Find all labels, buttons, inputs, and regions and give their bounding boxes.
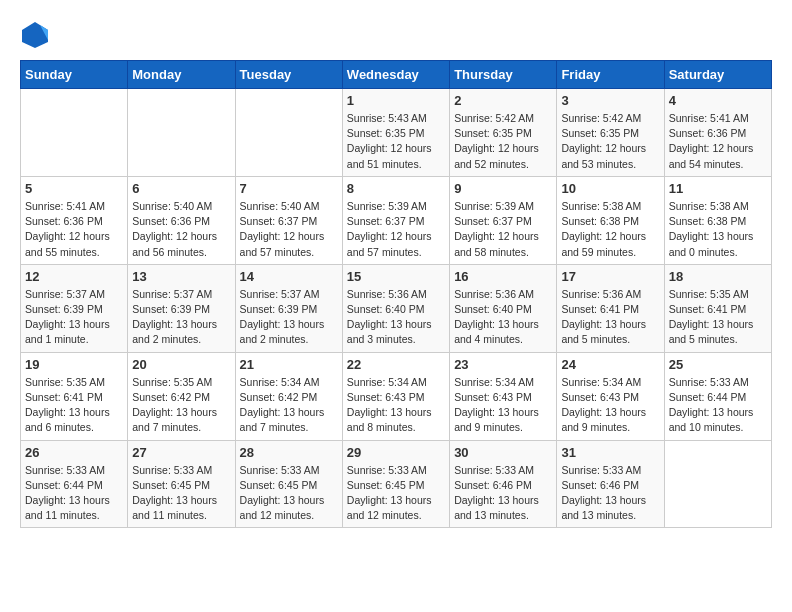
day-info: Sunrise: 5:37 AM Sunset: 6:39 PM Dayligh…	[240, 287, 338, 348]
day-number: 29	[347, 445, 445, 460]
day-info: Sunrise: 5:33 AM Sunset: 6:45 PM Dayligh…	[132, 463, 230, 524]
day-info: Sunrise: 5:39 AM Sunset: 6:37 PM Dayligh…	[454, 199, 552, 260]
calendar-cell: 20Sunrise: 5:35 AM Sunset: 6:42 PM Dayli…	[128, 352, 235, 440]
column-header-tuesday: Tuesday	[235, 61, 342, 89]
column-header-saturday: Saturday	[664, 61, 771, 89]
day-number: 11	[669, 181, 767, 196]
calendar-cell: 15Sunrise: 5:36 AM Sunset: 6:40 PM Dayli…	[342, 264, 449, 352]
column-header-wednesday: Wednesday	[342, 61, 449, 89]
calendar-cell: 22Sunrise: 5:34 AM Sunset: 6:43 PM Dayli…	[342, 352, 449, 440]
day-info: Sunrise: 5:39 AM Sunset: 6:37 PM Dayligh…	[347, 199, 445, 260]
day-info: Sunrise: 5:34 AM Sunset: 6:43 PM Dayligh…	[561, 375, 659, 436]
calendar-cell	[21, 89, 128, 177]
column-header-sunday: Sunday	[21, 61, 128, 89]
day-info: Sunrise: 5:36 AM Sunset: 6:40 PM Dayligh…	[454, 287, 552, 348]
calendar-cell: 12Sunrise: 5:37 AM Sunset: 6:39 PM Dayli…	[21, 264, 128, 352]
day-number: 28	[240, 445, 338, 460]
calendar-cell: 25Sunrise: 5:33 AM Sunset: 6:44 PM Dayli…	[664, 352, 771, 440]
calendar-cell: 9Sunrise: 5:39 AM Sunset: 6:37 PM Daylig…	[450, 176, 557, 264]
day-number: 26	[25, 445, 123, 460]
day-info: Sunrise: 5:33 AM Sunset: 6:46 PM Dayligh…	[454, 463, 552, 524]
day-number: 4	[669, 93, 767, 108]
day-number: 21	[240, 357, 338, 372]
calendar-cell: 16Sunrise: 5:36 AM Sunset: 6:40 PM Dayli…	[450, 264, 557, 352]
day-number: 17	[561, 269, 659, 284]
day-number: 20	[132, 357, 230, 372]
day-number: 22	[347, 357, 445, 372]
day-info: Sunrise: 5:35 AM Sunset: 6:42 PM Dayligh…	[132, 375, 230, 436]
calendar-cell: 11Sunrise: 5:38 AM Sunset: 6:38 PM Dayli…	[664, 176, 771, 264]
day-number: 1	[347, 93, 445, 108]
calendar-cell: 2Sunrise: 5:42 AM Sunset: 6:35 PM Daylig…	[450, 89, 557, 177]
calendar-cell: 26Sunrise: 5:33 AM Sunset: 6:44 PM Dayli…	[21, 440, 128, 528]
day-number: 5	[25, 181, 123, 196]
svg-marker-0	[22, 22, 48, 48]
calendar-cell: 3Sunrise: 5:42 AM Sunset: 6:35 PM Daylig…	[557, 89, 664, 177]
calendar-cell: 29Sunrise: 5:33 AM Sunset: 6:45 PM Dayli…	[342, 440, 449, 528]
day-info: Sunrise: 5:38 AM Sunset: 6:38 PM Dayligh…	[669, 199, 767, 260]
day-number: 14	[240, 269, 338, 284]
calendar-week-3: 12Sunrise: 5:37 AM Sunset: 6:39 PM Dayli…	[21, 264, 772, 352]
calendar-cell: 31Sunrise: 5:33 AM Sunset: 6:46 PM Dayli…	[557, 440, 664, 528]
day-info: Sunrise: 5:34 AM Sunset: 6:42 PM Dayligh…	[240, 375, 338, 436]
day-number: 12	[25, 269, 123, 284]
calendar-cell: 21Sunrise: 5:34 AM Sunset: 6:42 PM Dayli…	[235, 352, 342, 440]
calendar-cell: 8Sunrise: 5:39 AM Sunset: 6:37 PM Daylig…	[342, 176, 449, 264]
page-header	[20, 20, 772, 50]
day-info: Sunrise: 5:34 AM Sunset: 6:43 PM Dayligh…	[454, 375, 552, 436]
day-number: 24	[561, 357, 659, 372]
day-number: 6	[132, 181, 230, 196]
calendar-table: SundayMondayTuesdayWednesdayThursdayFrid…	[20, 60, 772, 528]
calendar-cell	[235, 89, 342, 177]
calendar-week-5: 26Sunrise: 5:33 AM Sunset: 6:44 PM Dayli…	[21, 440, 772, 528]
day-number: 10	[561, 181, 659, 196]
column-header-friday: Friday	[557, 61, 664, 89]
day-info: Sunrise: 5:37 AM Sunset: 6:39 PM Dayligh…	[132, 287, 230, 348]
day-info: Sunrise: 5:33 AM Sunset: 6:45 PM Dayligh…	[240, 463, 338, 524]
day-number: 25	[669, 357, 767, 372]
day-info: Sunrise: 5:42 AM Sunset: 6:35 PM Dayligh…	[561, 111, 659, 172]
day-number: 8	[347, 181, 445, 196]
calendar-cell	[128, 89, 235, 177]
calendar-cell: 6Sunrise: 5:40 AM Sunset: 6:36 PM Daylig…	[128, 176, 235, 264]
day-info: Sunrise: 5:42 AM Sunset: 6:35 PM Dayligh…	[454, 111, 552, 172]
day-info: Sunrise: 5:34 AM Sunset: 6:43 PM Dayligh…	[347, 375, 445, 436]
day-info: Sunrise: 5:43 AM Sunset: 6:35 PM Dayligh…	[347, 111, 445, 172]
day-number: 9	[454, 181, 552, 196]
calendar-cell	[664, 440, 771, 528]
day-number: 16	[454, 269, 552, 284]
day-number: 3	[561, 93, 659, 108]
calendar-cell: 17Sunrise: 5:36 AM Sunset: 6:41 PM Dayli…	[557, 264, 664, 352]
calendar-cell: 24Sunrise: 5:34 AM Sunset: 6:43 PM Dayli…	[557, 352, 664, 440]
calendar-cell: 23Sunrise: 5:34 AM Sunset: 6:43 PM Dayli…	[450, 352, 557, 440]
day-info: Sunrise: 5:40 AM Sunset: 6:37 PM Dayligh…	[240, 199, 338, 260]
day-number: 30	[454, 445, 552, 460]
calendar-cell: 10Sunrise: 5:38 AM Sunset: 6:38 PM Dayli…	[557, 176, 664, 264]
logo	[20, 20, 52, 50]
calendar-cell: 4Sunrise: 5:41 AM Sunset: 6:36 PM Daylig…	[664, 89, 771, 177]
day-number: 19	[25, 357, 123, 372]
calendar-cell: 19Sunrise: 5:35 AM Sunset: 6:41 PM Dayli…	[21, 352, 128, 440]
calendar-cell: 30Sunrise: 5:33 AM Sunset: 6:46 PM Dayli…	[450, 440, 557, 528]
day-number: 15	[347, 269, 445, 284]
day-number: 2	[454, 93, 552, 108]
logo-icon	[20, 20, 50, 50]
day-number: 18	[669, 269, 767, 284]
day-number: 13	[132, 269, 230, 284]
calendar-cell: 13Sunrise: 5:37 AM Sunset: 6:39 PM Dayli…	[128, 264, 235, 352]
column-header-thursday: Thursday	[450, 61, 557, 89]
calendar-cell: 5Sunrise: 5:41 AM Sunset: 6:36 PM Daylig…	[21, 176, 128, 264]
day-number: 23	[454, 357, 552, 372]
day-info: Sunrise: 5:33 AM Sunset: 6:45 PM Dayligh…	[347, 463, 445, 524]
calendar-cell: 1Sunrise: 5:43 AM Sunset: 6:35 PM Daylig…	[342, 89, 449, 177]
calendar-cell: 27Sunrise: 5:33 AM Sunset: 6:45 PM Dayli…	[128, 440, 235, 528]
calendar-cell: 7Sunrise: 5:40 AM Sunset: 6:37 PM Daylig…	[235, 176, 342, 264]
calendar-week-2: 5Sunrise: 5:41 AM Sunset: 6:36 PM Daylig…	[21, 176, 772, 264]
day-info: Sunrise: 5:35 AM Sunset: 6:41 PM Dayligh…	[25, 375, 123, 436]
day-info: Sunrise: 5:33 AM Sunset: 6:44 PM Dayligh…	[669, 375, 767, 436]
day-number: 7	[240, 181, 338, 196]
day-info: Sunrise: 5:37 AM Sunset: 6:39 PM Dayligh…	[25, 287, 123, 348]
day-info: Sunrise: 5:41 AM Sunset: 6:36 PM Dayligh…	[25, 199, 123, 260]
day-info: Sunrise: 5:38 AM Sunset: 6:38 PM Dayligh…	[561, 199, 659, 260]
calendar-cell: 18Sunrise: 5:35 AM Sunset: 6:41 PM Dayli…	[664, 264, 771, 352]
